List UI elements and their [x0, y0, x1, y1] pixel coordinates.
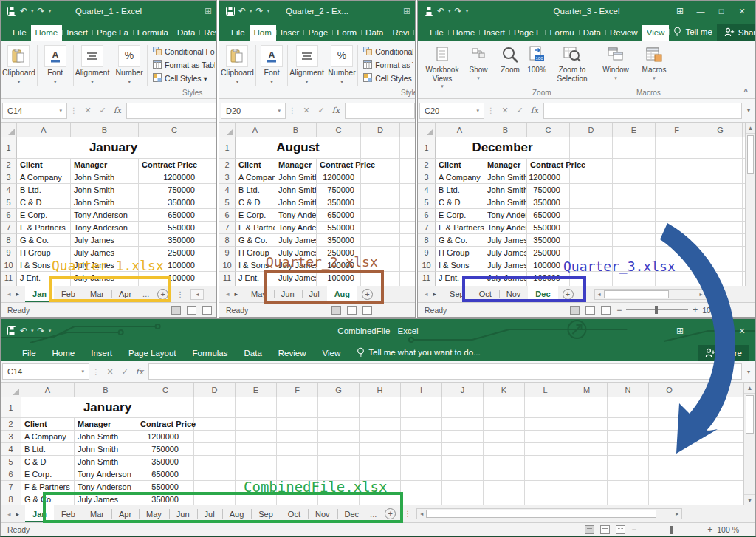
manager-cell[interactable]: John Smith: [275, 196, 317, 209]
format-as-table-button[interactable]: Format as Tab ▾: [363, 60, 413, 70]
empty-cell[interactable]: [570, 222, 613, 234]
ribbon-group-number[interactable]: %Number▾: [328, 44, 357, 86]
empty-cell[interactable]: [608, 443, 649, 456]
chevron-down-icon[interactable]: ▾: [31, 8, 34, 14]
ribbon-tab-page-la[interactable]: Page La: [92, 25, 133, 41]
sheet-tab-jan[interactable]: Jan: [25, 286, 54, 302]
empty-cell[interactable]: [566, 481, 608, 493]
ribbon-tab-inser[interactable]: Inser: [276, 25, 304, 41]
empty-cell[interactable]: [360, 481, 401, 493]
price-cell[interactable]: 750000: [317, 184, 361, 196]
ribbon-tab-formu[interactable]: Formu: [545, 25, 578, 41]
share-button[interactable]: Share: [698, 345, 749, 361]
empty-cell[interactable]: [656, 272, 698, 284]
share-button[interactable]: Share: [717, 24, 756, 41]
empty-cell[interactable]: [236, 397, 277, 418]
select-all-button[interactable]: [1, 123, 17, 137]
column-header-g[interactable]: G: [698, 123, 743, 137]
empty-cell[interactable]: [608, 431, 649, 443]
ribbon-tab-review[interactable]: Review: [270, 346, 315, 361]
scroll-sheets-left-icon[interactable]: ◂: [7, 510, 11, 518]
empty-cell[interactable]: [318, 418, 360, 431]
empty-cell[interactable]: [194, 418, 236, 431]
client-cell[interactable]: J Ent.: [17, 272, 71, 284]
row-number[interactable]: 11: [219, 272, 236, 284]
ribbon-display-options-icon[interactable]: ⊞: [403, 6, 415, 16]
sheet-tab-sep[interactable]: Sep: [442, 286, 472, 302]
sheet-tab-jul[interactable]: Jul: [197, 505, 222, 522]
scrollbar-thumb[interactable]: [426, 510, 656, 518]
formula-input[interactable]: [148, 363, 742, 380]
empty-cell[interactable]: [698, 222, 743, 234]
row-number[interactable]: 2: [1, 418, 21, 431]
page-break-view-button[interactable]: [616, 525, 625, 534]
ribbon-tab-home[interactable]: Home: [31, 25, 63, 41]
chevron-down-icon[interactable]: ▾: [81, 369, 84, 374]
zoom-percentage[interactable]: 100 %: [717, 525, 739, 534]
ribbon-tab-revi[interactable]: Revi: [388, 25, 413, 41]
ribbon-tab-formula[interactable]: Formula: [133, 25, 173, 41]
sheet-tab-feb[interactable]: Feb: [54, 505, 83, 522]
manager-cell[interactable]: John Smith: [71, 196, 139, 209]
sheet-tab-jun[interactable]: Jun: [169, 505, 197, 522]
formula-input[interactable]: [543, 103, 742, 119]
empty-cell[interactable]: [649, 481, 690, 493]
empty-cell[interactable]: [566, 418, 608, 431]
client-cell[interactable]: A Company: [17, 171, 71, 184]
page-layout-view-button[interactable]: [585, 306, 595, 315]
scroll-sheets-left-icon[interactable]: ◂: [425, 290, 428, 298]
ribbon-tab-review[interactable]: Review: [199, 25, 217, 41]
zoom-in-button[interactable]: +: [707, 524, 712, 535]
empty-cell[interactable]: [401, 493, 442, 505]
manager-cell[interactable]: July James: [275, 234, 317, 247]
row-number[interactable]: 2: [219, 159, 236, 171]
empty-cell[interactable]: [400, 159, 415, 171]
empty-cell[interactable]: [318, 397, 360, 418]
maximize-button[interactable]: □: [711, 7, 732, 16]
empty-cell[interactable]: [656, 159, 698, 171]
empty-cell[interactable]: [210, 159, 216, 171]
empty-cell[interactable]: [613, 137, 656, 159]
column-header-i[interactable]: I: [401, 383, 442, 397]
table-header-cell[interactable]: Contract Price: [137, 418, 194, 431]
empty-cell[interactable]: [210, 247, 216, 259]
empty-cell[interactable]: [566, 456, 608, 468]
price-cell[interactable]: 100000: [527, 272, 570, 284]
table-header-cell[interactable]: Contract Price: [317, 159, 361, 171]
empty-cell[interactable]: [698, 209, 743, 222]
tell-me[interactable]: Tell me: [669, 24, 716, 41]
empty-cell[interactable]: [210, 184, 216, 196]
ribbon-tab-page-l[interactable]: Page L: [509, 25, 545, 41]
ribbon-group-font[interactable]: AFont▾: [258, 44, 286, 86]
column-header-c[interactable]: C: [527, 123, 570, 137]
ribbon-tab-insert[interactable]: Insert: [479, 25, 509, 41]
manager-cell[interactable]: Tony Anderson: [71, 209, 139, 222]
page-layout-view-button[interactable]: [187, 306, 196, 315]
sheet-tab-nov[interactable]: Nov: [499, 286, 529, 302]
cell-styles-button[interactable]: Cell Styles ▾: [153, 73, 215, 83]
empty-cell[interactable]: [318, 456, 360, 468]
price-cell[interactable]: 350000: [139, 196, 210, 209]
ribbon-tab-data[interactable]: Data: [361, 25, 388, 41]
cancel-button[interactable]: ✕: [103, 367, 117, 377]
manager-cell[interactable]: Tony Anderson: [275, 222, 317, 234]
manager-cell[interactable]: John Smith: [484, 196, 527, 209]
ribbon-tab-formulas[interactable]: Formulas: [185, 346, 236, 361]
empty-cell[interactable]: [525, 418, 566, 431]
table-header-cell[interactable]: Manager: [75, 418, 137, 431]
empty-cell[interactable]: [442, 397, 484, 418]
column-header-o[interactable]: O: [649, 383, 690, 397]
row-number[interactable]: 9: [219, 247, 236, 259]
row-number[interactable]: 8: [1, 234, 17, 247]
empty-cell[interactable]: [525, 481, 566, 493]
column-header-n[interactable]: N: [608, 383, 649, 397]
ribbon-tab-data[interactable]: Data: [236, 346, 270, 361]
manager-cell[interactable]: John Smith: [275, 171, 317, 184]
normal-view-button[interactable]: [331, 306, 341, 315]
price-cell[interactable]: 250000: [317, 247, 361, 259]
manager-cell[interactable]: July James: [275, 259, 317, 272]
manager-cell[interactable]: July James: [71, 272, 139, 284]
empty-cell[interactable]: [318, 493, 360, 505]
select-all-button[interactable]: [418, 123, 436, 137]
empty-cell[interactable]: [400, 137, 415, 159]
